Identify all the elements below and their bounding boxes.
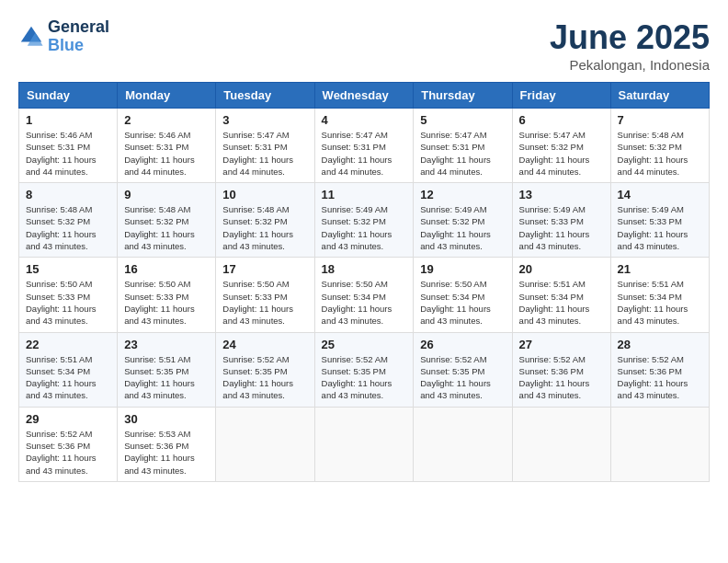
calendar-body: 1 Sunrise: 5:46 AMSunset: 5:31 PMDayligh… — [19, 109, 710, 482]
calendar-cell: 16 Sunrise: 5:50 AMSunset: 5:33 PMDaylig… — [118, 258, 216, 332]
day-info: Sunrise: 5:47 AMSunset: 5:31 PMDaylight:… — [420, 129, 505, 178]
calendar-cell: 25 Sunrise: 5:52 AMSunset: 5:35 PMDaylig… — [314, 332, 414, 407]
day-info: Sunrise: 5:50 AMSunset: 5:34 PMDaylight:… — [420, 278, 505, 327]
logo-icon — [18, 24, 44, 50]
day-number: 20 — [519, 262, 604, 276]
day-number: 14 — [618, 188, 702, 201]
calendar-row: 1 Sunrise: 5:46 AMSunset: 5:31 PMDayligh… — [19, 109, 710, 183]
weekday-header-cell: Sunday — [19, 83, 118, 109]
day-number: 27 — [519, 338, 604, 351]
day-info: Sunrise: 5:49 AMSunset: 5:33 PMDaylight:… — [618, 203, 702, 252]
day-number: 2 — [124, 113, 209, 127]
calendar-cell — [216, 407, 314, 481]
calendar-cell: 10 Sunrise: 5:48 AMSunset: 5:32 PMDaylig… — [216, 183, 314, 258]
calendar-row: 8 Sunrise: 5:48 AMSunset: 5:32 PMDayligh… — [19, 183, 710, 258]
calendar-cell — [610, 407, 709, 481]
day-info: Sunrise: 5:49 AMSunset: 5:32 PMDaylight:… — [420, 203, 505, 252]
calendar-cell: 23 Sunrise: 5:51 AMSunset: 5:35 PMDaylig… — [118, 332, 216, 407]
month-title: June 2025 — [550, 18, 710, 57]
day-info: Sunrise: 5:48 AMSunset: 5:32 PMDaylight:… — [222, 203, 307, 252]
calendar-cell: 8 Sunrise: 5:48 AMSunset: 5:32 PMDayligh… — [19, 183, 118, 258]
day-number: 1 — [26, 113, 110, 127]
day-number: 13 — [519, 188, 604, 201]
calendar-cell: 18 Sunrise: 5:50 AMSunset: 5:34 PMDaylig… — [314, 258, 414, 332]
calendar-cell: 9 Sunrise: 5:48 AMSunset: 5:32 PMDayligh… — [118, 183, 216, 258]
calendar-cell — [512, 407, 610, 481]
day-number: 24 — [222, 338, 307, 351]
day-info: Sunrise: 5:51 AMSunset: 5:34 PMDaylight:… — [26, 353, 110, 402]
calendar-cell: 11 Sunrise: 5:49 AMSunset: 5:32 PMDaylig… — [314, 183, 414, 258]
day-number: 17 — [222, 262, 307, 276]
day-info: Sunrise: 5:51 AMSunset: 5:34 PMDaylight:… — [618, 278, 702, 327]
calendar-row: 15 Sunrise: 5:50 AMSunset: 5:33 PMDaylig… — [19, 258, 710, 332]
calendar-cell: 14 Sunrise: 5:49 AMSunset: 5:33 PMDaylig… — [610, 183, 709, 258]
day-number: 12 — [420, 188, 505, 201]
day-info: Sunrise: 5:52 AMSunset: 5:36 PMDaylight:… — [519, 353, 604, 402]
day-info: Sunrise: 5:52 AMSunset: 5:35 PMDaylight:… — [222, 353, 307, 402]
day-info: Sunrise: 5:50 AMSunset: 5:34 PMDaylight:… — [322, 278, 407, 327]
day-number: 5 — [420, 113, 505, 127]
day-info: Sunrise: 5:50 AMSunset: 5:33 PMDaylight:… — [222, 278, 307, 327]
day-number: 18 — [322, 262, 407, 276]
day-info: Sunrise: 5:49 AMSunset: 5:32 PMDaylight:… — [322, 203, 407, 252]
day-number: 22 — [26, 338, 110, 351]
calendar-row: 22 Sunrise: 5:51 AMSunset: 5:34 PMDaylig… — [19, 332, 710, 407]
calendar-cell: 22 Sunrise: 5:51 AMSunset: 5:34 PMDaylig… — [19, 332, 118, 407]
calendar-cell: 21 Sunrise: 5:51 AMSunset: 5:34 PMDaylig… — [610, 258, 709, 332]
day-info: Sunrise: 5:46 AMSunset: 5:31 PMDaylight:… — [124, 129, 209, 178]
calendar-cell: 20 Sunrise: 5:51 AMSunset: 5:34 PMDaylig… — [512, 258, 610, 332]
day-info: Sunrise: 5:47 AMSunset: 5:31 PMDaylight:… — [222, 129, 307, 178]
calendar-table: SundayMondayTuesdayWednesdayThursdayFrid… — [18, 82, 710, 482]
calendar-cell: 29 Sunrise: 5:52 AMSunset: 5:36 PMDaylig… — [19, 407, 118, 481]
day-info: Sunrise: 5:52 AMSunset: 5:35 PMDaylight:… — [420, 353, 505, 402]
calendar-cell: 15 Sunrise: 5:50 AMSunset: 5:33 PMDaylig… — [19, 258, 118, 332]
calendar-cell: 12 Sunrise: 5:49 AMSunset: 5:32 PMDaylig… — [414, 183, 512, 258]
day-number: 16 — [124, 262, 209, 276]
day-number: 9 — [124, 188, 209, 201]
calendar-cell — [314, 407, 414, 481]
day-info: Sunrise: 5:48 AMSunset: 5:32 PMDaylight:… — [124, 203, 209, 252]
day-number: 19 — [420, 262, 505, 276]
logo: General Blue — [18, 18, 109, 55]
day-number: 26 — [420, 338, 505, 351]
day-info: Sunrise: 5:52 AMSunset: 5:35 PMDaylight:… — [322, 353, 407, 402]
page-header: General Blue June 2025 Pekalongan, Indon… — [18, 18, 710, 73]
day-info: Sunrise: 5:51 AMSunset: 5:34 PMDaylight:… — [519, 278, 604, 327]
day-info: Sunrise: 5:50 AMSunset: 5:33 PMDaylight:… — [26, 278, 110, 327]
calendar-cell: 5 Sunrise: 5:47 AMSunset: 5:31 PMDayligh… — [414, 109, 512, 183]
day-info: Sunrise: 5:50 AMSunset: 5:33 PMDaylight:… — [124, 278, 209, 327]
calendar-cell: 13 Sunrise: 5:49 AMSunset: 5:33 PMDaylig… — [512, 183, 610, 258]
day-number: 10 — [222, 188, 307, 201]
day-number: 23 — [124, 338, 209, 351]
calendar-cell: 19 Sunrise: 5:50 AMSunset: 5:34 PMDaylig… — [414, 258, 512, 332]
calendar-cell: 2 Sunrise: 5:46 AMSunset: 5:31 PMDayligh… — [118, 109, 216, 183]
weekday-header-cell: Tuesday — [216, 83, 314, 109]
weekday-header-cell: Saturday — [610, 83, 709, 109]
calendar-cell: 17 Sunrise: 5:50 AMSunset: 5:33 PMDaylig… — [216, 258, 314, 332]
day-number: 30 — [124, 412, 209, 426]
calendar-cell: 28 Sunrise: 5:52 AMSunset: 5:36 PMDaylig… — [610, 332, 709, 407]
day-info: Sunrise: 5:47 AMSunset: 5:32 PMDaylight:… — [519, 129, 604, 178]
day-number: 8 — [26, 188, 110, 201]
calendar-cell: 7 Sunrise: 5:48 AMSunset: 5:32 PMDayligh… — [610, 109, 709, 183]
calendar-cell: 26 Sunrise: 5:52 AMSunset: 5:35 PMDaylig… — [414, 332, 512, 407]
calendar-cell: 24 Sunrise: 5:52 AMSunset: 5:35 PMDaylig… — [216, 332, 314, 407]
day-info: Sunrise: 5:48 AMSunset: 5:32 PMDaylight:… — [618, 129, 702, 178]
weekday-header-row: SundayMondayTuesdayWednesdayThursdayFrid… — [19, 83, 710, 109]
day-info: Sunrise: 5:53 AMSunset: 5:36 PMDaylight:… — [124, 428, 209, 477]
logo-text: General Blue — [48, 18, 109, 55]
day-number: 4 — [322, 113, 407, 127]
day-number: 28 — [618, 338, 702, 351]
day-info: Sunrise: 5:48 AMSunset: 5:32 PMDaylight:… — [26, 203, 110, 252]
day-number: 11 — [322, 188, 407, 201]
day-number: 7 — [618, 113, 702, 127]
calendar-cell: 3 Sunrise: 5:47 AMSunset: 5:31 PMDayligh… — [216, 109, 314, 183]
calendar-cell: 6 Sunrise: 5:47 AMSunset: 5:32 PMDayligh… — [512, 109, 610, 183]
day-info: Sunrise: 5:46 AMSunset: 5:31 PMDaylight:… — [26, 129, 110, 178]
day-info: Sunrise: 5:52 AMSunset: 5:36 PMDaylight:… — [618, 353, 702, 402]
day-number: 29 — [26, 412, 110, 426]
day-number: 25 — [322, 338, 407, 351]
title-section: June 2025 Pekalongan, Indonesia — [550, 18, 710, 73]
calendar-row: 29 Sunrise: 5:52 AMSunset: 5:36 PMDaylig… — [19, 407, 710, 481]
weekday-header-cell: Wednesday — [314, 83, 414, 109]
